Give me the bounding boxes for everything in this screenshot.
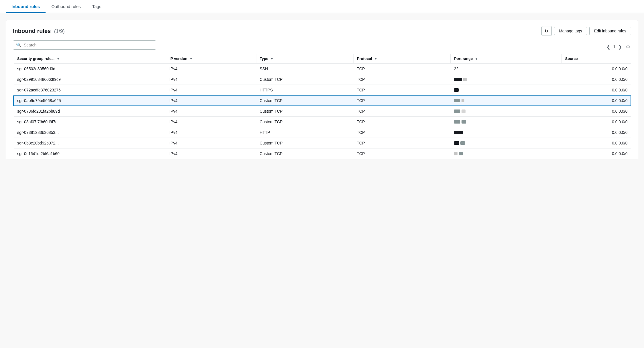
table-header-row: Security group rule... ▼ IP version ▼ Ty… [13, 54, 631, 63]
cell-ip: IPv4 [166, 95, 256, 106]
table-row[interactable]: sgr-0736fd231fa2bb89d IPv4 Custom TCP TC… [13, 106, 631, 117]
cell-source: 0.0.0.0/0 [561, 63, 631, 74]
cell-protocol: TCP [353, 85, 450, 95]
next-page-button[interactable]: ❯ [617, 44, 623, 50]
cell-sgr: sgr-0ab9e79b4f668a625 [13, 95, 166, 106]
cell-sgr: sgr-06502e80560d3d... [13, 63, 166, 74]
cell-port [451, 106, 562, 117]
sort-icon-ip: ▼ [189, 57, 193, 60]
refresh-button[interactable]: ↻ [541, 26, 552, 36]
port-bar [454, 110, 558, 113]
cell-source: 0.0.0.0/0 [561, 95, 631, 106]
cell-protocol: TCP [353, 95, 450, 106]
sort-icon-type: ▼ [270, 57, 274, 60]
table-row[interactable]: sgr-0b8e20bd92b072... IPv4 Custom TCP TC… [13, 138, 631, 148]
col-header-sgr[interactable]: Security group rule... ▼ [13, 54, 166, 63]
table-row[interactable]: sgr-0299168486063f9c9 IPv4 Custom TCP TC… [13, 74, 631, 85]
panel-actions: ↻ Manage tags Edit inbound rules [541, 26, 631, 36]
search-input[interactable] [24, 43, 153, 47]
table-row[interactable]: sgr-0c1641df2bf6a1b60 IPv4 Custom TCP TC… [13, 148, 631, 159]
cell-ip: IPv4 [166, 74, 256, 85]
manage-tags-button[interactable]: Manage tags [554, 27, 587, 35]
cell-source: 0.0.0.0/0 [561, 74, 631, 85]
col-header-ip[interactable]: IP version ▼ [166, 54, 256, 63]
cell-protocol: TCP [353, 63, 450, 74]
cell-port [451, 95, 562, 106]
cell-protocol: TCP [353, 148, 450, 159]
refresh-icon: ↻ [545, 28, 548, 34]
cell-type: HTTPS [256, 85, 353, 95]
cell-protocol: TCP [353, 117, 450, 127]
pagination-page: 1 [613, 44, 615, 49]
port-value: 22 [454, 67, 459, 71]
tab-inbound[interactable]: Inbound rules [6, 0, 46, 13]
table-row[interactable]: sgr-08af07f7fb60d9f7e IPv4 Custom TCP TC… [13, 117, 631, 127]
col-header-type[interactable]: Type ▼ [256, 54, 353, 63]
panel-title: Inbound rules (1/9) [13, 28, 65, 34]
cell-type: HTTP [256, 127, 353, 138]
cell-sgr: sgr-07381283b36853... [13, 127, 166, 138]
tab-outbound[interactable]: Outbound rules [46, 0, 87, 13]
table-row[interactable]: sgr-0ab9e79b4f668a625 IPv4 Custom TCP TC… [13, 95, 631, 106]
cell-port [451, 148, 562, 159]
port-bar [454, 99, 558, 102]
cell-source: 0.0.0.0/0 [561, 138, 631, 148]
panel-header: Inbound rules (1/9) ↻ Manage tags Edit i… [13, 26, 631, 36]
port-bar [454, 152, 558, 155]
col-header-protocol[interactable]: Protocol ▼ [353, 54, 450, 63]
cell-source: 0.0.0.0/0 [561, 148, 631, 159]
cell-sgr: sgr-0c1641df2bf6a1b60 [13, 148, 166, 159]
search-bar[interactable]: 🔍 [13, 40, 156, 50]
cell-protocol: TCP [353, 138, 450, 148]
cell-type: Custom TCP [256, 106, 353, 117]
cell-port: 22 [451, 63, 562, 74]
content-area: Inbound rules (1/9) ↻ Manage tags Edit i… [0, 13, 644, 166]
cell-ip: IPv4 [166, 127, 256, 138]
cell-port [451, 138, 562, 148]
cell-source: 0.0.0.0/0 [561, 85, 631, 95]
table-row[interactable]: sgr-06502e80560d3d... IPv4 SSH TCP 22 0.… [13, 63, 631, 74]
cell-type: Custom TCP [256, 74, 353, 85]
tabs-bar: Inbound rules Outbound rules Tags [0, 0, 644, 13]
cell-protocol: TCP [353, 106, 450, 117]
cell-protocol: TCP [353, 127, 450, 138]
cell-sgr: sgr-072acdfe376023276 [13, 85, 166, 95]
cell-type: Custom TCP [256, 138, 353, 148]
cell-sgr: sgr-08af07f7fb60d9f7e [13, 117, 166, 127]
sort-icon-port: ▼ [475, 57, 478, 60]
cell-port [451, 117, 562, 127]
cell-sgr: sgr-0736fd231fa2bb89d [13, 106, 166, 117]
edit-inbound-button[interactable]: Edit inbound rules [589, 27, 631, 35]
cell-ip: IPv4 [166, 63, 256, 74]
cell-sgr: sgr-0b8e20bd92b072... [13, 138, 166, 148]
column-settings-button[interactable]: ⚙ [625, 44, 631, 50]
cell-ip: IPv4 [166, 138, 256, 148]
rules-table: Security group rule... ▼ IP version ▼ Ty… [13, 54, 631, 159]
cell-source: 0.0.0.0/0 [561, 127, 631, 138]
port-bar [454, 78, 558, 81]
cell-type: Custom TCP [256, 148, 353, 159]
panel-count: (1/9) [54, 28, 65, 34]
cell-type: SSH [256, 63, 353, 74]
cell-ip: IPv4 [166, 85, 256, 95]
cell-ip: IPv4 [166, 117, 256, 127]
col-header-port[interactable]: Port range ▼ [451, 54, 562, 63]
cell-port [451, 85, 562, 95]
cell-type: Custom TCP [256, 95, 353, 106]
port-bar [454, 141, 558, 145]
search-icon: 🔍 [16, 42, 21, 48]
tab-tags[interactable]: Tags [87, 0, 107, 13]
port-bar [454, 120, 558, 124]
cell-type: Custom TCP [256, 117, 353, 127]
sort-icon-protocol: ▼ [374, 57, 377, 60]
table-row[interactable]: sgr-07381283b36853... IPv4 HTTP TCP 0.0.… [13, 127, 631, 138]
col-header-source: Source [561, 54, 631, 63]
cell-protocol: TCP [353, 74, 450, 85]
cell-port [451, 127, 562, 138]
cell-ip: IPv4 [166, 106, 256, 117]
port-bar [454, 88, 558, 92]
prev-page-button[interactable]: ❮ [605, 44, 611, 50]
table-row[interactable]: sgr-072acdfe376023276 IPv4 HTTPS TCP 0.0… [13, 85, 631, 95]
search-pagination-row: 🔍 ❮ 1 ❯ ⚙ [13, 40, 631, 53]
cell-sgr: sgr-0299168486063f9c9 [13, 74, 166, 85]
